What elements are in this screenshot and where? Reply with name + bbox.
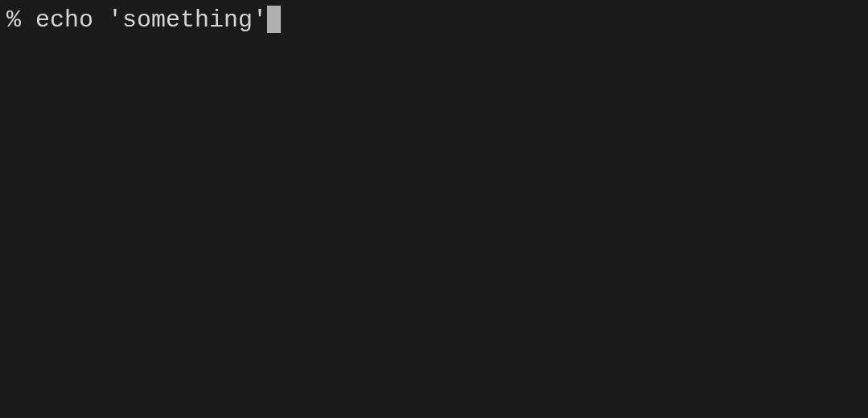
terminal-line[interactable]: % echo 'something' xyxy=(6,5,862,36)
command-input[interactable]: echo 'something' xyxy=(35,5,267,36)
shell-prompt: % xyxy=(6,5,35,36)
cursor-block xyxy=(267,6,281,33)
